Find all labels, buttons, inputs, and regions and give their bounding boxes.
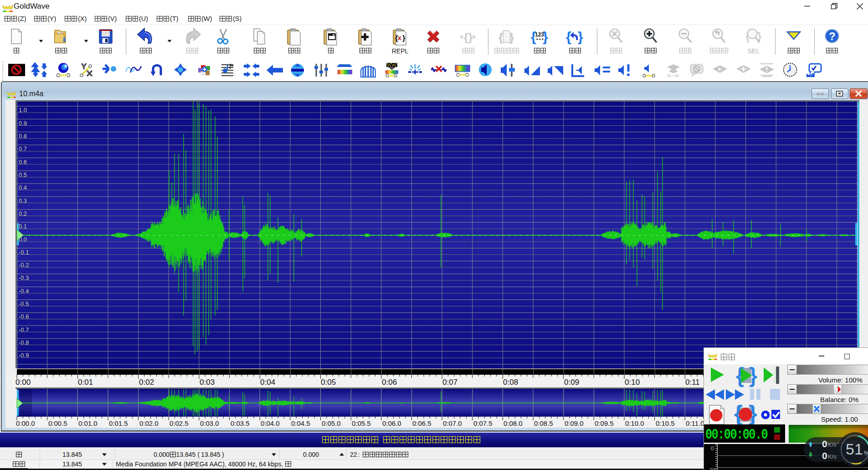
svg-text:0: 0 <box>822 450 827 461</box>
svg-text:K/s: K/s <box>828 453 837 460</box>
svg-text:51: 51 <box>846 440 863 458</box>
svg-text:0: 0 <box>822 439 827 449</box>
svg-text:%: % <box>864 449 868 457</box>
svg-text:K/s: K/s <box>828 441 837 448</box>
